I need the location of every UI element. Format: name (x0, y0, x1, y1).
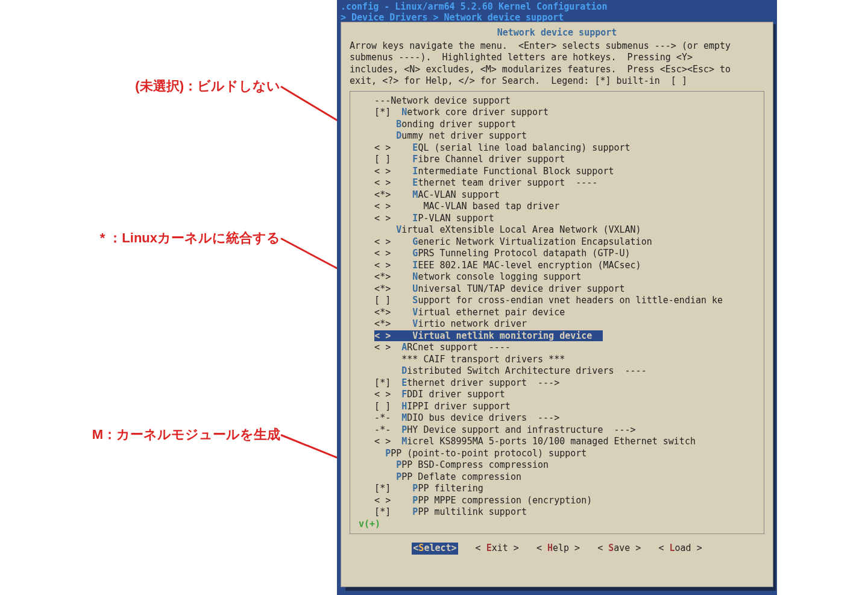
menu-item[interactable]: PPP BSD-Compress compression (353, 459, 761, 471)
menu-item[interactable]: *** CAIF transport drivers *** (353, 354, 761, 366)
menu-item[interactable]: < > PPP MPPE compression (encryption) (353, 495, 761, 507)
menu-item[interactable]: < > IEEE 802.1AE MAC-level encryption (M… (353, 260, 761, 272)
menu-item[interactable]: [*] PPP multilink support (353, 506, 761, 518)
load-button[interactable]: < Load > (658, 543, 702, 555)
stage: (未選択)：ビルドしない * ：Linuxカーネルに統合する M：カーネルモジュ… (0, 0, 868, 595)
menu-item[interactable]: < > ARCnet support ---- (353, 342, 761, 354)
anno-m-label: M：カーネルモジュールを生成 (36, 426, 280, 444)
menu-item[interactable]: < > Intermediate Functional Block suppor… (353, 166, 761, 178)
terminal-window: .config - Linux/arm64 5.2.60 Kernel Conf… (337, 0, 777, 595)
menu-item[interactable]: < > FDDI driver support (353, 389, 761, 401)
menu-item[interactable]: < > Micrel KS8995MA 5-ports 10/100 manag… (353, 436, 761, 448)
menu-item[interactable]: < > MAC-VLAN based tap driver (353, 201, 761, 213)
menuconfig-panel: Network device support Arrow keys naviga… (341, 22, 773, 587)
menu-item[interactable]: < > Ethernet team driver support ---- (353, 177, 761, 189)
save-button[interactable]: < Save > (597, 543, 641, 555)
select-button[interactable]: <Select> (412, 543, 458, 555)
menu-item[interactable]: < > EQL (serial line load balancing) sup… (353, 142, 761, 154)
menu-item[interactable]: ---Network device support (353, 95, 761, 107)
help-text: Arrow keys navigate the menu. <Enter> se… (350, 40, 764, 87)
menu-item[interactable]: -*- MDIO bus device drivers ---> (353, 412, 761, 424)
anno-unselected-label: (未選択)：ビルドしない (36, 77, 280, 95)
exit-button[interactable]: < Exit > (476, 543, 519, 555)
menu-item[interactable]: < > Generic Network Virtualization Encap… (353, 236, 761, 248)
menu-item[interactable]: [*] Ethernet driver support ---> (353, 377, 761, 389)
panel-title: Network device support (350, 27, 764, 39)
menu-item[interactable]: [ ] HIPPI driver support (353, 401, 761, 413)
menu-item[interactable]: -*- PHY Device support and infrastructur… (353, 424, 761, 436)
more-indicator: v(+) (353, 518, 761, 530)
menu-item[interactable]: <*> Network console logging support (353, 271, 761, 283)
menu-item[interactable]: <*> MAC-VLAN support (353, 189, 761, 201)
menu-item[interactable]: PPP (point-to-point protocol) support (353, 448, 761, 460)
menu-item[interactable]: [ ] Support for cross-endian vnet header… (353, 295, 761, 307)
menu-item[interactable]: <*> Virtio network driver (353, 318, 761, 330)
menu-item[interactable]: Dummy net driver support (353, 130, 761, 142)
menu-item[interactable]: PPP Deflate compression (353, 471, 761, 483)
menu-item[interactable]: [*] PPP filtering (353, 483, 761, 495)
menu-item[interactable]: Virtual eXtensible Local Area Network (V… (353, 224, 761, 236)
menu-item[interactable]: Bonding driver support (353, 119, 761, 131)
menu-item[interactable]: [ ] Fibre Channel driver support (353, 154, 761, 166)
menu-item[interactable]: < > IP-VLAN support (353, 213, 761, 225)
menu-item[interactable]: < > GPRS Tunneling Protocol datapath (GT… (353, 248, 761, 260)
menu-item[interactable]: Distributed Switch Architecture drivers … (353, 365, 761, 377)
config-title: .config - Linux/arm64 5.2.60 Kernel Conf… (341, 1, 772, 12)
help-button[interactable]: < Help > (536, 543, 580, 555)
anno-star-label: * ：Linuxカーネルに統合する (36, 229, 280, 247)
menu-list[interactable]: ---Network device support [*] Network co… (350, 91, 764, 535)
menu-item[interactable]: < > Virtual netlink monitoring device (353, 330, 603, 342)
menu-item[interactable]: [*] Network core driver support (353, 107, 761, 119)
button-bar: <Select> < Exit > < Help > < Save > < Lo… (350, 543, 764, 555)
menu-item[interactable]: <*> Virtual ethernet pair device (353, 307, 761, 319)
menu-item[interactable]: <*> Universal TUN/TAP device driver supp… (353, 283, 761, 295)
